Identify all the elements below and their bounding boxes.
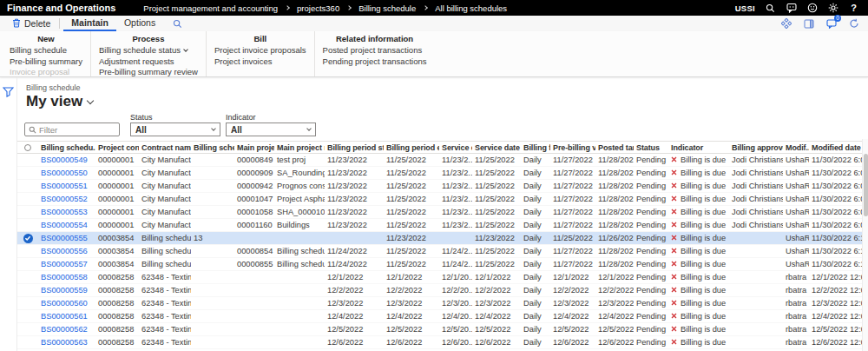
filter-funnel-icon[interactable] bbox=[3, 85, 14, 351]
column-header[interactable]: Indicator bbox=[668, 143, 729, 152]
action-item-adjustment-requests[interactable]: Adjustment requests bbox=[99, 56, 198, 68]
grid-cell: Billing is due bbox=[668, 221, 729, 229]
grid-row[interactable]: BS0000054900000001City Manufact...000008… bbox=[17, 154, 868, 167]
grid-row[interactable]: BS0000055200000001City Manufact...000010… bbox=[17, 193, 868, 206]
tab-options[interactable]: Options bbox=[116, 16, 163, 31]
grid-cell: 11/25/2022 bbox=[472, 195, 521, 203]
breadcrumb-item[interactable]: projects360 bbox=[297, 3, 339, 13]
grid-cell: 00001058 bbox=[234, 208, 274, 216]
column-header[interactable]: Billing period end bbox=[384, 143, 439, 152]
grid-row[interactable]: BS0000055700003854Billing schedul...0000… bbox=[17, 258, 868, 271]
column-header[interactable]: Billing approver bbox=[729, 143, 783, 152]
column-header[interactable]: Modif... bbox=[783, 143, 809, 152]
billing-schedule-link[interactable]: BS00000551 bbox=[38, 182, 95, 190]
grid-filter-box[interactable] bbox=[24, 123, 120, 136]
action-item-billing-schedule-status[interactable]: Billing schedule status bbox=[99, 45, 198, 56]
action-item-pending-project-transactions[interactable]: Pending project transactions bbox=[323, 56, 427, 68]
breadcrumb-item[interactable]: Project management and accounting bbox=[143, 3, 278, 13]
column-header[interactable]: Contract name bbox=[139, 143, 191, 152]
billing-schedule-link[interactable]: BS00000562 bbox=[38, 325, 95, 334]
column-header[interactable]: Pre-billing va... bbox=[550, 143, 595, 152]
billing-schedule-link[interactable]: BS00000554 bbox=[38, 221, 95, 229]
action-item-project-invoices[interactable]: Project invoices bbox=[214, 56, 306, 68]
billing-schedule-link[interactable]: BS00000557 bbox=[38, 260, 95, 268]
grid-row[interactable]: BS000005620000825862348 - Textin...12/5/… bbox=[17, 323, 868, 336]
select-all-cell[interactable] bbox=[17, 144, 38, 151]
action-item-pre-billing-summary-review[interactable]: Pre-billing summary review bbox=[99, 67, 198, 78]
action-item-billing-schedule[interactable]: Billing schedule bbox=[10, 45, 82, 56]
column-header[interactable]: Billing schedu...↑ bbox=[38, 143, 95, 152]
grid-cell: 00000001 bbox=[95, 156, 139, 164]
view-title[interactable]: My view bbox=[26, 93, 868, 110]
action-item-project-invoice-proposals[interactable]: Project invoice proposals bbox=[214, 45, 306, 56]
feedback-icon[interactable] bbox=[786, 3, 797, 14]
grid-row[interactable]: BS000005590000825862348 - Textin...12/2/… bbox=[17, 284, 868, 297]
row-select-cell[interactable] bbox=[17, 234, 38, 243]
billing-schedule-link[interactable]: BS00000552 bbox=[38, 195, 95, 203]
company-picker[interactable]: USSI bbox=[735, 3, 755, 13]
grid-cell: 12/5/2022 bbox=[384, 325, 439, 334]
vertical-scrollbar[interactable] bbox=[862, 139, 868, 351]
column-header[interactable]: Status bbox=[634, 143, 668, 152]
grid-row[interactable]: BS000005580000825862348 - Textin...12/1/… bbox=[17, 271, 868, 284]
billing-schedule-link[interactable]: BS00000559 bbox=[38, 286, 95, 295]
billing-schedule-link[interactable]: BS00000556 bbox=[38, 247, 95, 255]
grid-cell: 11/23/2... bbox=[439, 221, 472, 229]
column-header[interactable]: Posted tar... bbox=[595, 143, 634, 152]
billing-schedule-link[interactable]: BS00000563 bbox=[38, 338, 95, 347]
messages-icon[interactable]: 0 bbox=[825, 18, 837, 30]
app-title[interactable]: Finance and Operations bbox=[0, 3, 128, 13]
column-header[interactable]: Project contr... bbox=[95, 143, 139, 152]
column-header[interactable]: Service d... bbox=[439, 143, 472, 152]
breadcrumb-item[interactable]: All billing schedules bbox=[435, 3, 507, 13]
grid-row[interactable]: BS000005610000825862348 - Textin...12/4/… bbox=[17, 310, 868, 323]
column-header[interactable]: Billing sche... bbox=[191, 143, 234, 152]
column-header[interactable]: Main proje... bbox=[234, 143, 274, 152]
select-all-radio[interactable] bbox=[24, 144, 31, 151]
open-panel-icon[interactable] bbox=[803, 18, 814, 30]
search-icon[interactable] bbox=[765, 3, 776, 14]
settings-gear-icon[interactable] bbox=[827, 3, 838, 14]
action-item-posted-project-transactions[interactable]: Posted project transactions bbox=[323, 45, 427, 56]
tab-maintain[interactable]: Maintain bbox=[63, 16, 116, 31]
grid-cell: Jodi Christians... bbox=[729, 169, 783, 177]
help-icon[interactable]: ? bbox=[848, 3, 859, 14]
scrollbar-thumb[interactable] bbox=[864, 154, 868, 216]
grid-row[interactable]: BS000005630000825862348 - Textin...12/6/… bbox=[17, 336, 868, 349]
column-header[interactable]: Modified date a... bbox=[809, 143, 862, 152]
delete-button[interactable]: Delete bbox=[7, 16, 56, 31]
column-header[interactable]: Billing period start bbox=[325, 143, 384, 152]
column-header[interactable]: Billing fre... bbox=[521, 143, 550, 152]
action-search-icon[interactable] bbox=[172, 18, 183, 30]
smiley-icon[interactable] bbox=[806, 3, 818, 14]
indicator-filter-dropdown[interactable]: All bbox=[226, 123, 316, 136]
column-header[interactable]: Service date to bbox=[472, 143, 521, 152]
billing-schedule-link[interactable]: BS00000558 bbox=[38, 273, 95, 281]
grid-cell: 12/5/20... bbox=[439, 325, 472, 334]
billing-schedule-link[interactable]: BS00000561 bbox=[38, 312, 95, 321]
grid-row[interactable]: BS0000055400000001City Manufact...000011… bbox=[17, 219, 868, 232]
billing-schedule-link[interactable]: BS00000560 bbox=[38, 299, 95, 308]
grid-cell: 11/27/2022 bbox=[550, 156, 595, 164]
column-header[interactable]: Main project na... bbox=[274, 143, 325, 152]
action-item-pre-billing-summary[interactable]: Pre-billing summary bbox=[10, 56, 82, 68]
billing-schedule-link[interactable]: BS00000549 bbox=[38, 156, 95, 164]
personalize-diamond-icon[interactable] bbox=[780, 18, 792, 30]
billing-schedule-link[interactable]: BS00000553 bbox=[38, 208, 95, 216]
breadcrumb-item[interactable]: Billing schedule bbox=[358, 3, 416, 13]
status-filter-dropdown[interactable]: All bbox=[130, 123, 220, 136]
grid-row[interactable]: BS0000055600003854Billing schedul...0000… bbox=[17, 245, 868, 258]
billing-schedule-link[interactable]: BS00000550 bbox=[38, 169, 95, 177]
grid-row[interactable]: BS0000055100000001City Manufact...000009… bbox=[17, 180, 868, 193]
grid-cell: 00001160 bbox=[234, 221, 274, 229]
refresh-icon[interactable] bbox=[848, 18, 859, 30]
grid-filter-input[interactable] bbox=[39, 125, 108, 135]
grid-row[interactable]: BS0000055000000001City Manufact...000009… bbox=[17, 167, 868, 180]
grid-row[interactable]: BS0000055500003854Billing schedul...1311… bbox=[17, 232, 868, 245]
grid-cell: 12/5/2022 bbox=[595, 325, 634, 334]
grid-row[interactable]: BS000005600000825862348 - Textin...12/3/… bbox=[17, 297, 868, 310]
grid-row[interactable]: BS0000055300000001City Manufact...000010… bbox=[17, 206, 868, 219]
grid-cell: UshaR bbox=[783, 208, 809, 216]
billing-schedule-link[interactable]: BS00000555 bbox=[38, 234, 95, 242]
grid-cell: City Manufact... bbox=[139, 195, 191, 203]
